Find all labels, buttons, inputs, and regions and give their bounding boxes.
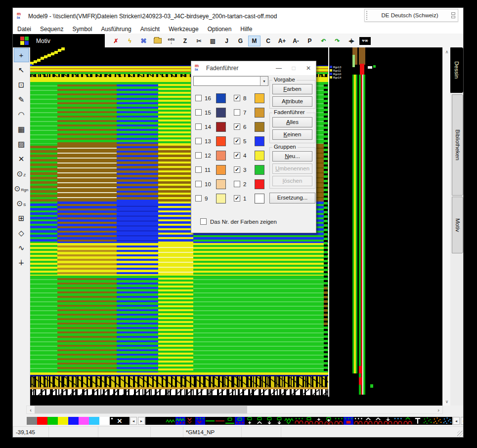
yarn-3-checkbox[interactable]: ✓ [234,166,240,173]
hscroll-track[interactable] [35,406,434,413]
keinen-button[interactable]: Keinen [272,129,312,140]
tool-fill-bucket[interactable]: ▨ [14,137,29,151]
palette-swatch[interactable] [99,417,110,425]
show-color-numbers-checkbox[interactable] [200,218,207,225]
tool-point[interactable]: ∔ [14,255,29,270]
palette-prev-icon[interactable]: ◂ [130,417,137,425]
toolbar-font-bigger-button[interactable]: A+ [276,36,288,46]
hscroll-thumb[interactable] [35,406,247,413]
toolbar-zoom-z-button[interactable]: Z [179,36,191,46]
toolbar-yx-pattern-button[interactable]: YX [359,36,371,46]
dialog-title-bar[interactable]: mix Fadenführer — □ ✕ [191,61,316,75]
yarn-11-color-swatch[interactable] [216,165,226,175]
farben-button[interactable]: Farben [272,84,312,94]
toolbar-cut-button[interactable]: ✂ [193,36,205,46]
stitch-tile[interactable] [353,417,363,425]
stitch-tile[interactable] [255,417,264,425]
stitch-tile[interactable] [235,417,245,425]
stitch-prev-icon[interactable]: ◂ [453,417,460,425]
yarn-11-checkbox[interactable] [195,166,202,173]
toolbar-command-button[interactable]: ⌘ [137,36,150,46]
tool-zoom[interactable]: ⊙Z [14,166,29,181]
yarn-16-checkbox[interactable] [195,95,202,101]
stitch-tile[interactable] [433,417,442,425]
yarn-3-color-swatch[interactable] [255,165,264,175]
group-combo-value[interactable] [194,77,260,85]
tab-dessin[interactable]: Dessin [450,47,463,93]
toolbar-open-folder-button[interactable] [151,36,164,46]
yarn-12-checkbox[interactable] [195,152,202,159]
stitch-tile[interactable] [393,417,403,425]
palette-swatch[interactable] [79,417,89,425]
yarn-10-checkbox[interactable] [195,181,202,187]
yarn-7-checkbox[interactable] [234,109,240,116]
tab-bibliotheken[interactable]: Bibliotheken [452,94,463,196]
menu-datei[interactable]: Datei [13,25,36,34]
neu-button[interactable]: Neu... [272,151,312,162]
stitch-tile[interactable] [324,417,334,425]
yarn-9-color-swatch[interactable] [216,194,226,204]
yarn-14-checkbox[interactable] [195,123,202,130]
tool-region[interactable]: ⊙Rgn [14,181,29,196]
horizontal-scrollbar[interactable]: ‹ › [26,406,443,414]
menu-symbol[interactable]: Symbol [68,25,96,34]
toolbar-gauge-button[interactable]: G [234,36,247,46]
toolbar-undo-button[interactable]: ↶ [317,36,330,46]
tool-pattern-area[interactable]: ▦ [14,122,29,136]
yarn-1-checkbox[interactable]: ✓ [234,195,240,202]
language-label[interactable]: DE Deutsch (Schweiz) [368,12,451,18]
stitch-tile[interactable] [304,417,314,425]
menu-werkzeuge[interactable]: Werkzeuge [164,25,203,34]
language-bar-buttons-icon[interactable] [451,12,455,18]
stitch-tile[interactable] [264,417,274,425]
group-combo[interactable]: ▼ [193,76,268,86]
stitch-tile[interactable] [334,417,344,425]
tool-draw-pencil[interactable]: ✎ [14,92,29,107]
menu-ausführung[interactable]: Ausführung [96,25,135,34]
yarn-5-color-swatch[interactable] [255,136,264,146]
yarn-5-checkbox[interactable]: ✓ [234,138,240,144]
stitch-tile[interactable] [373,417,383,425]
attribute-button[interactable]: Attribute [272,96,312,107]
tool-expand[interactable]: ✕ [14,152,29,166]
tool-move-crosshair[interactable]: + [14,48,29,62]
resize-grip-icon[interactable] [457,431,463,437]
yarn-16-color-swatch[interactable] [216,93,226,103]
stitch-tile[interactable] [294,417,304,425]
stitch-tile[interactable] [205,417,215,425]
yarn-8-checkbox[interactable]: ✓ [234,95,240,101]
tool-select-arrow[interactable]: ↖ [14,63,29,77]
yarn-7-color-swatch[interactable] [255,108,264,118]
yarn-9-checkbox[interactable] [195,195,202,202]
yarn-8-color-swatch[interactable] [255,93,264,103]
stitch-next-icon[interactable]: ▸ [461,417,464,425]
transparent-color-tile[interactable]: ✕ [110,417,130,425]
yarn-13-checkbox[interactable] [195,138,202,144]
yarn-15-checkbox[interactable] [195,109,202,116]
yarn-2-color-swatch[interactable] [255,179,264,189]
yarn-4-checkbox[interactable]: ✓ [234,152,240,159]
scroll-up-icon[interactable]: ∧ [443,47,451,56]
vertical-scrollbar[interactable]: ∧ ∨ [442,47,450,406]
black-color-tile[interactable] [145,417,156,425]
menu-ansicht[interactable]: Ansicht [136,25,164,34]
stitch-tile[interactable] [403,417,413,425]
ersetzung-button[interactable]: Ersetzung... [269,193,315,204]
stitch-tile[interactable] [284,417,294,425]
yarn-12-color-swatch[interactable] [216,151,226,161]
yarn-2-checkbox[interactable] [234,181,240,187]
tool-curve[interactable]: ◠ [14,107,29,122]
menu-sequenz[interactable]: Sequenz [36,25,68,34]
stitch-tile[interactable] [195,417,205,425]
yarn-15-color-swatch[interactable] [216,108,226,118]
dialog-close-icon[interactable]: ✕ [301,61,316,75]
palette-swatch[interactable] [89,417,99,425]
toolbar-cancel-button[interactable]: ✗ [110,36,122,46]
stitch-tile[interactable] [175,417,185,425]
stitch-tile[interactable] [413,417,423,425]
alles-button[interactable]: Alles [272,117,312,127]
toolbar-font-smaller-button[interactable]: A- [290,36,302,46]
yarn-13-color-swatch[interactable] [216,136,226,146]
toolbar-redo-button[interactable]: ↷ [331,36,344,46]
toolbar-pattern-p-button[interactable]: P [304,36,316,46]
